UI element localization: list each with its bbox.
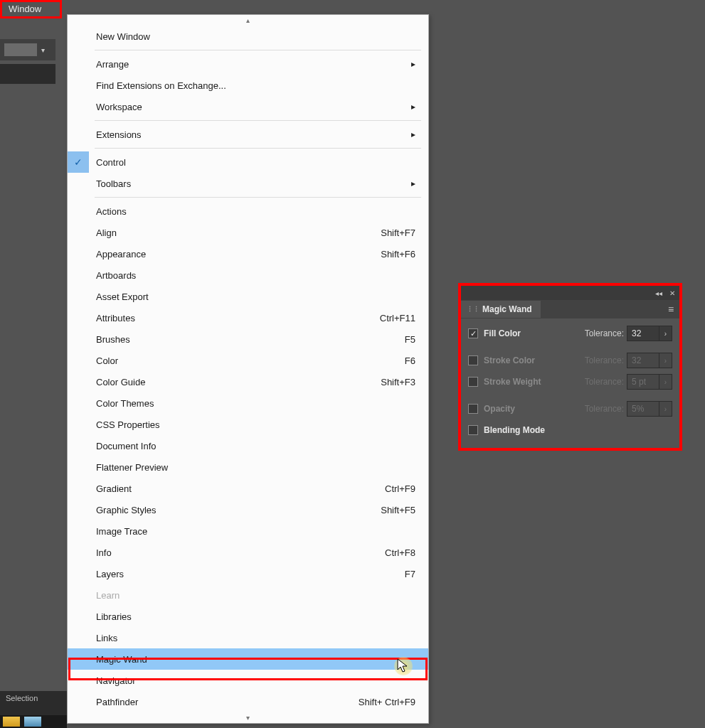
menu-shortcut: Shift+F6 bbox=[381, 249, 415, 259]
menu-brushes[interactable]: BrushesF5 bbox=[68, 328, 428, 350]
panel-flyout-menu-icon[interactable]: ≡ bbox=[662, 301, 679, 318]
menu-label: Learn bbox=[96, 590, 415, 601]
option-label: Stroke Weight bbox=[484, 377, 585, 387]
menu-shortcut: F7 bbox=[405, 569, 415, 579]
checkmark-icon: ✓ bbox=[68, 151, 89, 173]
menu-align[interactable]: AlignShift+F7 bbox=[68, 222, 428, 243]
menubar-window[interactable]: Window bbox=[0, 0, 50, 18]
option-label: Stroke Color bbox=[484, 355, 585, 365]
menu-shortcut: Shift+F5 bbox=[381, 505, 415, 515]
panel-titlebar[interactable]: ◂◂ ✕ bbox=[461, 286, 679, 300]
menu-magic-wand[interactable]: Magic Wand bbox=[68, 648, 428, 670]
option-stroke-color[interactable]: Stroke Color Tolerance: 32 › bbox=[468, 350, 672, 371]
menu-shortcut: F5 bbox=[405, 334, 415, 345]
menu-pathfinder[interactable]: PathfinderShift+ Ctrl+F9 bbox=[68, 691, 428, 712]
menu-label: Color bbox=[96, 355, 405, 366]
menu-new-window[interactable]: New Window bbox=[68, 26, 428, 47]
option-blending-mode[interactable]: Blending Mode bbox=[468, 419, 672, 441]
menu-label: Align bbox=[96, 228, 381, 238]
option-fill-color[interactable]: Fill Color Tolerance: 32 › bbox=[468, 323, 672, 344]
tab-grip-icon: ⋮⋮ bbox=[467, 306, 479, 313]
collapse-icon[interactable]: ◂◂ bbox=[655, 289, 662, 297]
menu-label: Pathfinder bbox=[96, 697, 359, 707]
menu-navigator[interactable]: Navigator bbox=[68, 670, 428, 691]
option-opacity[interactable]: Opacity Tolerance: 5% › bbox=[468, 398, 672, 419]
menu-shortcut: Shift+F3 bbox=[381, 377, 415, 387]
menu-label: Brushes bbox=[96, 334, 405, 345]
menu-label: Arrange bbox=[96, 59, 411, 70]
menu-info[interactable]: InfoCtrl+F8 bbox=[68, 542, 428, 563]
tolerance-label: Tolerance: bbox=[585, 377, 624, 387]
menu-extensions[interactable]: Extensions ▸ bbox=[68, 124, 428, 145]
menu-color-themes[interactable]: Color Themes bbox=[68, 392, 428, 414]
close-icon[interactable]: ✕ bbox=[669, 289, 675, 297]
menu-shortcut: Shift+ Ctrl+F9 bbox=[359, 697, 415, 707]
submenu-arrow-icon: ▸ bbox=[411, 102, 415, 112]
menu-learn: Learn bbox=[68, 584, 428, 606]
menu-scroll-down-icon[interactable]: ▾ bbox=[68, 712, 428, 723]
menu-label: Workspace bbox=[96, 102, 411, 112]
menu-label: Color Guide bbox=[96, 377, 381, 387]
menu-control[interactable]: ✓ Control bbox=[68, 151, 428, 173]
selection-tab[interactable]: Selection bbox=[0, 691, 67, 717]
swatch-dropdown-icon[interactable]: ▾ bbox=[41, 46, 45, 54]
menu-separator bbox=[95, 50, 421, 50]
tolerance-step-icon: › bbox=[659, 401, 672, 417]
menu-arrange[interactable]: Arrange ▸ bbox=[68, 53, 428, 75]
checkbox-stroke-weight[interactable] bbox=[468, 377, 478, 387]
menu-gradient[interactable]: GradientCtrl+F9 bbox=[68, 478, 428, 499]
option-label: Fill Color bbox=[484, 328, 585, 338]
menu-label: Navigator bbox=[96, 675, 415, 686]
tolerance-label: Tolerance: bbox=[585, 355, 624, 365]
menu-image-trace[interactable]: Image Trace bbox=[68, 520, 428, 542]
menu-label: Artboards bbox=[96, 270, 415, 281]
menu-flattener-preview[interactable]: Flattener Preview bbox=[68, 456, 428, 478]
menu-actions[interactable]: Actions bbox=[68, 200, 428, 222]
menu-color-guide[interactable]: Color GuideShift+F3 bbox=[68, 371, 428, 392]
menu-label: Color Themes bbox=[96, 398, 415, 409]
menu-label: New Window bbox=[96, 31, 415, 42]
menu-label: Image Trace bbox=[96, 526, 415, 537]
menu-label: Libraries bbox=[96, 611, 415, 622]
submenu-arrow-icon: ▸ bbox=[411, 59, 415, 69]
checkbox-opacity[interactable] bbox=[468, 404, 478, 414]
menu-shortcut: Ctrl+F9 bbox=[385, 483, 415, 494]
menu-toolbars[interactable]: Toolbars ▸ bbox=[68, 173, 428, 194]
menu-label: Toolbars bbox=[96, 178, 411, 189]
menu-color[interactable]: ColorF6 bbox=[68, 350, 428, 371]
menu-artboards[interactable]: Artboards bbox=[68, 264, 428, 286]
menu-workspace[interactable]: Workspace ▸ bbox=[68, 96, 428, 117]
menu-separator bbox=[95, 148, 421, 149]
menu-libraries[interactable]: Libraries bbox=[68, 606, 428, 627]
menu-shortcut: F6 bbox=[405, 355, 415, 366]
checkbox-stroke-color[interactable] bbox=[468, 355, 478, 365]
side-dark-strip bbox=[0, 64, 55, 84]
menu-attributes[interactable]: AttributesCtrl+F11 bbox=[68, 307, 428, 328]
menu-scroll-up-icon[interactable]: ▴ bbox=[68, 15, 428, 26]
menu-layers[interactable]: LayersF7 bbox=[68, 563, 428, 584]
magic-wand-panel: ◂◂ ✕ ⋮⋮ Magic Wand ≡ Fill Color Toleranc… bbox=[461, 286, 679, 448]
tolerance-step-icon[interactable]: › bbox=[659, 326, 672, 341]
tolerance-input-fill[interactable]: 32 bbox=[627, 326, 659, 341]
menu-css-properties[interactable]: CSS Properties bbox=[68, 414, 428, 435]
taskbar-item[interactable] bbox=[3, 717, 20, 727]
menu-asset-export[interactable]: Asset Export bbox=[68, 286, 428, 307]
checkbox-blending-mode[interactable] bbox=[468, 425, 478, 435]
checkbox-fill-color[interactable] bbox=[468, 328, 478, 338]
tolerance-label: Tolerance: bbox=[585, 328, 624, 338]
tolerance-label: Tolerance: bbox=[585, 404, 624, 414]
taskbar-item[interactable] bbox=[24, 717, 41, 727]
fill-swatch[interactable] bbox=[4, 43, 37, 56]
menu-shortcut: Shift+F7 bbox=[381, 228, 415, 238]
menu-appearance[interactable]: AppearanceShift+F6 bbox=[68, 243, 428, 264]
menu-document-info[interactable]: Document Info bbox=[68, 435, 428, 456]
option-stroke-weight[interactable]: Stroke Weight Tolerance: 5 pt › bbox=[468, 371, 672, 392]
tolerance-step-icon: › bbox=[659, 374, 672, 390]
panel-tab-magic-wand[interactable]: ⋮⋮ Magic Wand bbox=[461, 301, 541, 318]
option-label: Opacity bbox=[484, 404, 585, 414]
menu-label: Appearance bbox=[96, 249, 381, 259]
submenu-arrow-icon: ▸ bbox=[411, 178, 415, 188]
menu-links[interactable]: Links bbox=[68, 627, 428, 648]
menu-graphic-styles[interactable]: Graphic StylesShift+F5 bbox=[68, 499, 428, 520]
menu-find-extensions[interactable]: Find Extensions on Exchange... bbox=[68, 75, 428, 96]
